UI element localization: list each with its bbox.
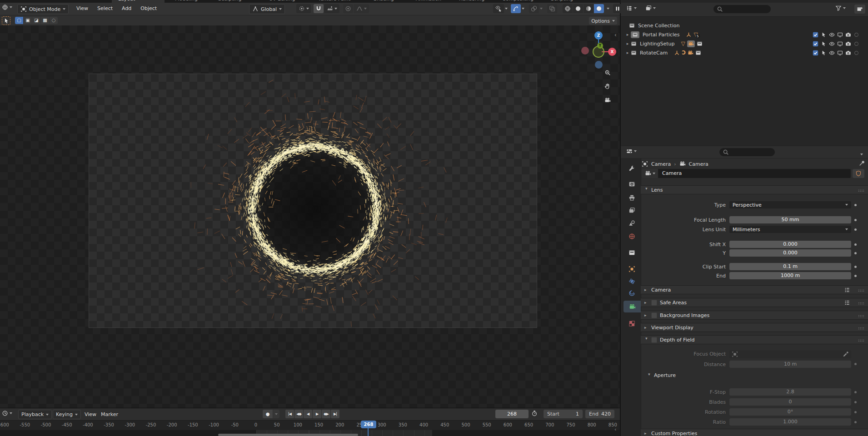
- shading-solid-button[interactable]: [573, 4, 583, 13]
- animate-dot[interactable]: [854, 204, 857, 206]
- jump-to-end-button[interactable]: ▶|: [331, 410, 339, 418]
- select-mode-button-0[interactable]: ▢: [15, 17, 23, 24]
- outliner-filter-dropdown[interactable]: [835, 5, 846, 11]
- blades-field[interactable]: 0: [729, 398, 851, 406]
- outliner-row-portal-particles[interactable]: ▸Portal Particles▽5: [621, 30, 868, 39]
- playhead-frame-chip[interactable]: 268: [361, 421, 376, 428]
- hide-viewport-icon[interactable]: [829, 50, 835, 56]
- properties-tab-collection[interactable]: [623, 247, 641, 258]
- safe-areas-panel-header[interactable]: ▸Safe Areas: [641, 298, 868, 307]
- properties-editor-type-button[interactable]: [626, 148, 637, 154]
- distance-field[interactable]: 10 m: [729, 361, 851, 368]
- zoom-viewport-button[interactable]: [604, 69, 614, 79]
- selectable-icon[interactable]: [821, 50, 827, 56]
- properties-tab-constraints[interactable]: [623, 287, 641, 299]
- properties-tab-physics[interactable]: [623, 275, 641, 287]
- timeline-view-menu[interactable]: View: [85, 411, 96, 417]
- hide-viewport-icon[interactable]: [829, 41, 835, 47]
- shading-rendered-button[interactable]: [594, 4, 604, 13]
- disable-viewport-icon[interactable]: [837, 32, 843, 38]
- workspace-tab-sculpting[interactable]: Sculpting: [218, 0, 241, 2]
- animate-dot[interactable]: [854, 252, 857, 254]
- outliner-display-mode-dropdown[interactable]: [645, 5, 656, 11]
- auto-keying-dropdown[interactable]: [273, 410, 279, 418]
- jump-to-start-button[interactable]: |◀: [285, 410, 294, 418]
- new-collection-button[interactable]: [854, 5, 865, 14]
- workspace-tab-modeling[interactable]: Modeling: [175, 0, 198, 2]
- workspace-tab-rendering[interactable]: Rendering: [459, 0, 484, 2]
- gizmos-toggle[interactable]: [511, 4, 521, 13]
- camera-view-button[interactable]: [604, 97, 614, 106]
- viewport-3d[interactable]: Z X Y ‹: [0, 25, 620, 408]
- timeline-collapse-arrow[interactable]: ‹: [614, 426, 616, 432]
- properties-tab-texture[interactable]: [623, 317, 641, 329]
- type-field[interactable]: Perspective: [729, 201, 851, 208]
- editor-type-button[interactable]: [2, 4, 12, 10]
- holdout-icon[interactable]: [853, 32, 859, 38]
- animate-dot[interactable]: [854, 401, 857, 403]
- fake-user-button[interactable]: [853, 169, 864, 178]
- properties-tab-output[interactable]: [623, 192, 641, 203]
- timeline-track-area[interactable]: [0, 430, 620, 436]
- exclude-checkbox[interactable]: [813, 50, 818, 56]
- keying-menu[interactable]: Keying: [53, 410, 81, 419]
- disable-render-icon[interactable]: [845, 41, 851, 47]
- timeline-ruler[interactable]: -600-550-500-450-400-350-300-250-200-150…: [0, 420, 620, 431]
- properties-search-input[interactable]: [719, 148, 775, 156]
- gizmo-z-axis[interactable]: Z: [594, 31, 603, 40]
- animate-dot[interactable]: [854, 228, 857, 231]
- exclude-checkbox[interactable]: [813, 32, 818, 38]
- select-mode-button-2[interactable]: ◪: [32, 17, 40, 24]
- drag-handle-icon[interactable]: [858, 313, 864, 321]
- properties-options-dropdown[interactable]: [860, 151, 863, 157]
- properties-tab-object[interactable]: [623, 263, 641, 275]
- animate-dot[interactable]: [854, 421, 857, 423]
- disable-render-icon[interactable]: [845, 50, 851, 56]
- animate-dot[interactable]: [854, 363, 857, 365]
- select-mode-button-3[interactable]: ▩: [41, 17, 49, 24]
- playback-menu[interactable]: Playback: [18, 410, 52, 419]
- exclude-checkbox[interactable]: [813, 41, 818, 47]
- workspace-tab-scripting[interactable]: Scripting: [551, 0, 573, 2]
- drag-handle-icon[interactable]: [858, 188, 864, 195]
- workspace-tab-layout[interactable]: Layout: [118, 0, 135, 2]
- playhead-line[interactable]: [368, 428, 369, 436]
- gizmo-x-axis[interactable]: X: [608, 48, 616, 56]
- properties-tab-tool[interactable]: [623, 163, 641, 174]
- animate-dot[interactable]: [854, 391, 857, 393]
- panel-checkbox[interactable]: [651, 312, 657, 318]
- use-preview-range-toggle[interactable]: [531, 410, 538, 418]
- properties-tab-world[interactable]: [623, 230, 641, 242]
- dof-checkbox[interactable]: [651, 337, 657, 343]
- workspace-tab-texture-paint[interactable]: Texture Paint: [318, 0, 350, 2]
- holdout-icon[interactable]: [853, 50, 859, 56]
- disable-viewport-icon[interactable]: [837, 50, 843, 56]
- aperture-subpanel-header[interactable]: ▸ Aperture: [647, 372, 676, 378]
- drag-handle-icon[interactable]: [858, 337, 864, 345]
- select-mode-button-1[interactable]: ▣: [24, 17, 32, 24]
- navigation-gizmo[interactable]: Z X Y: [577, 28, 620, 73]
- mode-dropdown[interactable]: Object Mode: [17, 4, 69, 14]
- clip-start-field[interactable]: 0.1 m: [729, 263, 851, 270]
- proportional-falloff-dropdown[interactable]: [354, 4, 369, 13]
- next-keyframe-button[interactable]: ◆▶: [322, 410, 330, 418]
- menu-select[interactable]: Select: [93, 5, 117, 11]
- workspace-tab-animation[interactable]: Animation: [416, 0, 441, 2]
- outliner-editor-type-button[interactable]: [626, 5, 637, 11]
- viewport-display-panel-header[interactable]: ▸Viewport Display: [641, 323, 868, 332]
- animate-dot[interactable]: [854, 411, 857, 413]
- eyedropper-icon[interactable]: [843, 351, 849, 357]
- selectable-icon[interactable]: [821, 32, 827, 38]
- animate-dot[interactable]: [854, 275, 857, 277]
- presets-icon[interactable]: [844, 287, 850, 293]
- holdout-icon[interactable]: [853, 41, 859, 47]
- pivot-point-dropdown[interactable]: [296, 4, 311, 13]
- frame-start-field[interactable]: Start 1: [544, 410, 583, 418]
- sidebar-collapse-arrow[interactable]: ‹: [614, 32, 617, 38]
- camera-panel-header[interactable]: ▸Camera: [641, 285, 868, 294]
- gizmo-x-neg-axis[interactable]: [581, 47, 589, 54]
- outliner-row-lightingsetup[interactable]: ▸LightingSetup▽: [621, 39, 868, 48]
- animate-dot[interactable]: [854, 266, 857, 268]
- shift-x-field[interactable]: 0.000: [729, 241, 851, 248]
- options-dropdown[interactable]: Options: [589, 17, 617, 25]
